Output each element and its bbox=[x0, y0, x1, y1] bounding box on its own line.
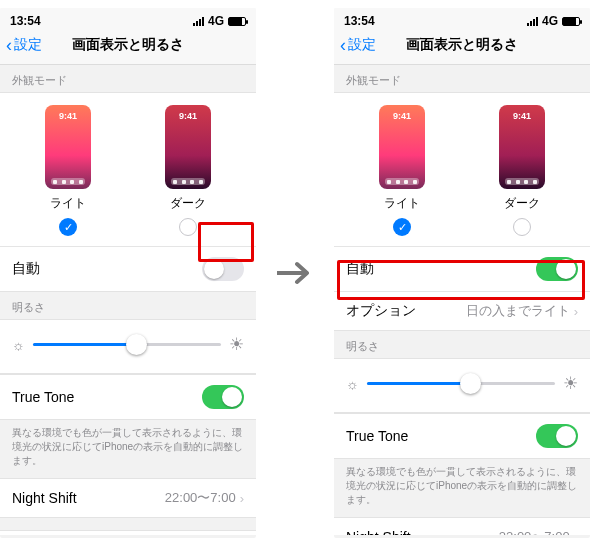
chevron-left-icon: ‹ bbox=[6, 38, 12, 52]
nightshift-row[interactable]: Night Shift 22:00〜7:00› bbox=[334, 518, 590, 535]
truetone-toggle[interactable] bbox=[536, 424, 578, 448]
phone-right: 13:54 4G ‹ 設定 画面表示と明るさ 外観モード 9:41 bbox=[334, 8, 590, 538]
light-preview: 9:41 bbox=[45, 105, 91, 189]
options-label: オプション bbox=[346, 302, 416, 320]
appearance-picker: 9:41 ライト 9:41 ダーク bbox=[0, 93, 256, 246]
light-label: ライト bbox=[50, 195, 86, 212]
autolock-row[interactable]: 自動ロック 2分› bbox=[0, 531, 256, 535]
nightshift-label: Night Shift bbox=[346, 529, 411, 535]
status-time: 13:54 bbox=[344, 14, 375, 28]
truetone-row: True Tone bbox=[334, 414, 590, 458]
truetone-toggle[interactable] bbox=[202, 385, 244, 409]
dark-preview: 9:41 bbox=[165, 105, 211, 189]
chevron-left-icon: ‹ bbox=[340, 38, 346, 52]
brightness-row: ☼ ☀ bbox=[334, 358, 590, 413]
dark-label: ダーク bbox=[170, 195, 206, 212]
truetone-footnote: 異なる環境でも色が一貫して表示されるように、環境光の状況に応じてiPhoneの表… bbox=[0, 420, 256, 478]
network-label: 4G bbox=[542, 14, 558, 28]
chevron-right-icon: › bbox=[240, 491, 244, 506]
appearance-picker: 9:41 ライト 9:41 ダーク bbox=[334, 93, 590, 246]
brightness-slider[interactable] bbox=[367, 382, 555, 385]
battery-icon bbox=[228, 17, 246, 26]
sun-low-icon: ☼ bbox=[12, 337, 25, 353]
auto-row: 自動 bbox=[0, 246, 256, 291]
back-label: 設定 bbox=[14, 36, 42, 54]
navbar: ‹ 設定 画面表示と明るさ bbox=[0, 30, 256, 65]
truetone-label: True Tone bbox=[12, 389, 74, 405]
back-button[interactable]: ‹ 設定 bbox=[6, 36, 42, 54]
appearance-light[interactable]: 9:41 ライト bbox=[45, 105, 91, 236]
signal-icon bbox=[193, 17, 204, 26]
nightshift-value: 22:00〜7:00 bbox=[165, 489, 236, 507]
sun-high-icon: ☀ bbox=[563, 373, 578, 394]
sun-low-icon: ☼ bbox=[346, 376, 359, 392]
page-title: 画面表示と明るさ bbox=[72, 36, 184, 54]
status-bar: 13:54 4G bbox=[334, 8, 590, 30]
navbar: ‹ 設定 画面表示と明るさ bbox=[334, 30, 590, 65]
dark-preview: 9:41 bbox=[499, 105, 545, 189]
page-title: 画面表示と明るさ bbox=[406, 36, 518, 54]
status-bar: 13:54 4G bbox=[0, 8, 256, 30]
light-check-icon[interactable] bbox=[59, 218, 77, 236]
phone-left: 13:54 4G ‹ 設定 画面表示と明るさ 外観モード 9:41 bbox=[0, 8, 256, 538]
nightshift-row[interactable]: Night Shift 22:00〜7:00› bbox=[0, 479, 256, 517]
truetone-footnote: 異なる環境でも色が一貫して表示されるように、環境光の状況に応じてiPhoneの表… bbox=[334, 459, 590, 517]
chevron-right-icon: › bbox=[574, 304, 578, 319]
brightness-slider[interactable] bbox=[33, 343, 221, 346]
dark-check-icon[interactable] bbox=[513, 218, 531, 236]
nightshift-value: 22:00〜7:00 bbox=[499, 528, 570, 535]
truetone-row: True Tone bbox=[0, 375, 256, 419]
options-row[interactable]: オプション 日の入までライト› bbox=[334, 291, 590, 330]
appearance-dark[interactable]: 9:41 ダーク bbox=[165, 105, 211, 236]
appearance-light[interactable]: 9:41 ライト bbox=[379, 105, 425, 236]
dark-label: ダーク bbox=[504, 195, 540, 212]
auto-row: 自動 bbox=[334, 246, 590, 291]
brightness-row: ☼ ☀ bbox=[0, 319, 256, 374]
battery-icon bbox=[562, 17, 580, 26]
nightshift-label: Night Shift bbox=[12, 490, 77, 506]
signal-icon bbox=[527, 17, 538, 26]
light-check-icon[interactable] bbox=[393, 218, 411, 236]
network-label: 4G bbox=[208, 14, 224, 28]
chevron-right-icon: › bbox=[574, 530, 578, 536]
auto-label: 自動 bbox=[12, 260, 40, 278]
light-label: ライト bbox=[384, 195, 420, 212]
back-label: 設定 bbox=[348, 36, 376, 54]
options-value: 日の入までライト bbox=[466, 302, 570, 320]
auto-toggle[interactable] bbox=[536, 257, 578, 281]
truetone-label: True Tone bbox=[346, 428, 408, 444]
status-time: 13:54 bbox=[10, 14, 41, 28]
light-preview: 9:41 bbox=[379, 105, 425, 189]
appearance-dark[interactable]: 9:41 ダーク bbox=[499, 105, 545, 236]
appearance-section-label: 外観モード bbox=[0, 65, 256, 92]
auto-toggle[interactable] bbox=[202, 257, 244, 281]
dark-check-icon[interactable] bbox=[179, 218, 197, 236]
auto-label: 自動 bbox=[346, 260, 374, 278]
arrow-right-icon bbox=[275, 261, 315, 285]
sun-high-icon: ☀ bbox=[229, 334, 244, 355]
brightness-section-label: 明るさ bbox=[334, 331, 590, 358]
appearance-section-label: 外観モード bbox=[334, 65, 590, 92]
back-button[interactable]: ‹ 設定 bbox=[340, 36, 376, 54]
brightness-section-label: 明るさ bbox=[0, 292, 256, 319]
